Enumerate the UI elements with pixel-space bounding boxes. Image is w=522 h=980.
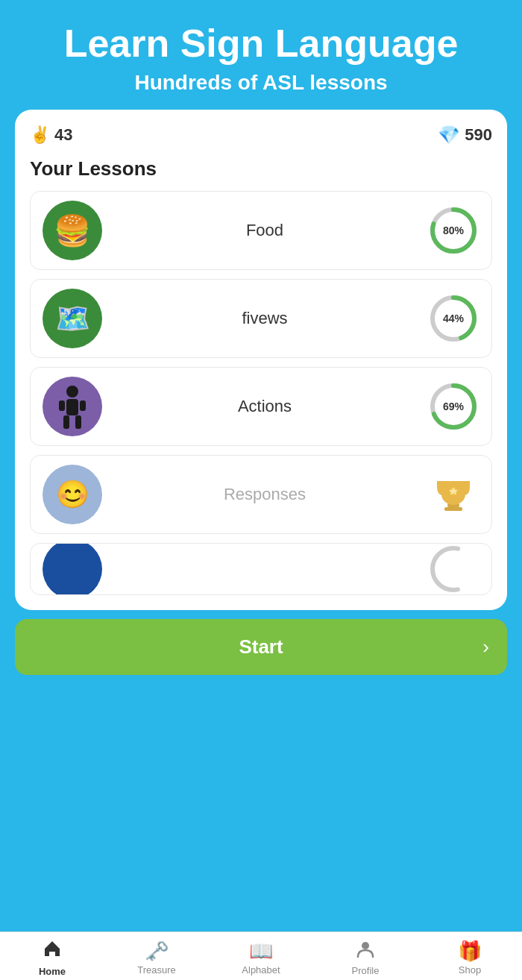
streak-stat: ✌️ 43 — [30, 125, 72, 145]
profile-label: Profile — [352, 965, 380, 976]
gem-icon: 💎 — [438, 125, 460, 145]
main-card: ✌️ 43 💎 590 Your Lessons 🍔 Food 80% 🗺️ — [15, 110, 507, 610]
lesson-responses[interactable]: 😊 Responses — [30, 455, 492, 534]
svg-point-16 — [362, 942, 369, 949]
partial-icon — [43, 543, 102, 595]
streak-count: 43 — [54, 125, 72, 145]
app-header: Learn Sign Language Hundreds of ASL less… — [0, 0, 522, 110]
actions-icon — [43, 377, 102, 436]
svg-rect-5 — [66, 399, 78, 415]
alphabet-icon: 📖 — [249, 940, 273, 963]
treasure-icon: 🗝️ — [145, 940, 169, 963]
bottom-nav: Home 🗝️ Treasure 📖 Alphabet Profile 🎁 Sh… — [0, 932, 522, 980]
start-button[interactable]: Start › — [15, 619, 507, 675]
partial-arc — [427, 543, 479, 595]
profile-icon — [356, 939, 375, 964]
trophy-icon — [427, 468, 479, 521]
nav-shop[interactable]: 🎁 Shop — [447, 940, 492, 976]
home-icon — [42, 938, 63, 964]
streak-emoji: ✌️ — [30, 125, 50, 145]
svg-rect-7 — [75, 415, 81, 429]
alphabet-label: Alphabet — [242, 964, 280, 976]
svg-point-4 — [66, 386, 78, 398]
lesson-food[interactable]: 🍔 Food 80% — [30, 191, 492, 270]
food-icon: 🍔 — [43, 201, 102, 260]
svg-point-15 — [433, 548, 474, 590]
svg-rect-8 — [59, 401, 65, 411]
fivews-progress: 44% — [427, 292, 479, 345]
shop-label: Shop — [459, 964, 481, 976]
responses-label: Responses — [102, 485, 427, 504]
lesson-list: 🍔 Food 80% 🗺️ fivews 44% — [30, 191, 492, 595]
nav-profile[interactable]: Profile — [343, 939, 388, 976]
start-arrow: › — [482, 635, 489, 659]
lesson-actions[interactable]: Actions 69% — [30, 367, 492, 446]
actions-progress: 69% — [427, 380, 479, 433]
svg-rect-13 — [444, 507, 462, 511]
lesson-partial[interactable] — [30, 543, 492, 595]
food-percent: 80% — [443, 224, 464, 236]
gem-stat: 💎 590 — [438, 125, 492, 145]
lesson-fivews[interactable]: 🗺️ fivews 44% — [30, 279, 492, 358]
start-label: Start — [239, 635, 283, 659]
app-subtitle: Hundreds of ASL lessons — [15, 71, 507, 95]
fivews-icon: 🗺️ — [43, 289, 102, 348]
fivews-label: fivews — [102, 309, 427, 328]
stats-row: ✌️ 43 💎 590 — [30, 125, 492, 145]
fivews-percent: 44% — [443, 312, 464, 324]
lessons-title: Your Lessons — [30, 157, 492, 180]
app-title: Learn Sign Language — [15, 22, 507, 65]
treasure-label: Treasure — [137, 964, 176, 976]
shop-icon: 🎁 — [458, 940, 482, 963]
gem-count: 590 — [465, 125, 492, 145]
svg-rect-6 — [63, 415, 69, 429]
nav-alphabet[interactable]: 📖 Alphabet — [239, 940, 283, 976]
food-progress: 80% — [427, 204, 479, 257]
food-label: Food — [102, 221, 427, 240]
svg-rect-9 — [80, 401, 86, 411]
actions-percent: 69% — [443, 401, 464, 412]
actions-label: Actions — [102, 397, 427, 416]
nav-home[interactable]: Home — [30, 938, 75, 977]
nav-treasure[interactable]: 🗝️ Treasure — [134, 940, 179, 976]
home-label: Home — [39, 966, 66, 977]
responses-icon: 😊 — [43, 465, 102, 524]
